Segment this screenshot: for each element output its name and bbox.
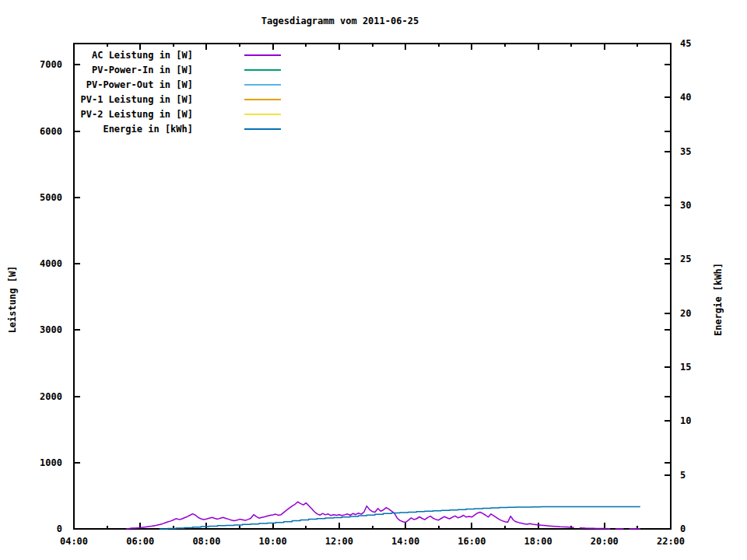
legend-label: PV-2 Leistung in [W] <box>81 109 194 120</box>
legend-label: PV-Power-In in [W] <box>92 65 193 75</box>
y2-tick-label: 45 <box>680 38 691 49</box>
y2-tick-label: 5 <box>680 470 686 481</box>
legend-label: PV-1 Leistung in [W] <box>81 94 194 105</box>
y2-tick-label: 10 <box>680 415 691 426</box>
y1-tick-label: 5000 <box>40 192 62 203</box>
x-tick-label: 08:00 <box>192 536 220 547</box>
y2-tick-label: 20 <box>680 308 691 319</box>
legend-label: Energie in [kWh] <box>103 124 193 135</box>
x-tick-label: 16:00 <box>458 536 486 547</box>
series-line-energie-in-kwh <box>160 507 640 529</box>
x-tick-label: 06:00 <box>126 536 154 547</box>
y2-tick-label: 0 <box>680 523 686 534</box>
y1-tick-label: 4000 <box>40 258 62 269</box>
x-tick-label: 10:00 <box>259 536 287 547</box>
y1-tick-label: 6000 <box>40 126 62 137</box>
series-line-ac-leistung-in-w <box>126 502 640 529</box>
tagesdiagramm-chart: Tagesdiagramm vom 2011-06-25 Leistung [W… <box>0 0 747 560</box>
y1-tick-label: 2000 <box>40 391 62 402</box>
x-tick-label: 12:00 <box>325 536 353 547</box>
x-tick-label: 20:00 <box>591 536 619 547</box>
y1-tick-label: 0 <box>57 523 62 534</box>
y2-tick-label: 40 <box>680 92 691 103</box>
legend-label: PV-Power-Out in [W] <box>86 79 193 90</box>
x-tick-label: 14:00 <box>391 536 419 547</box>
y1-tick-label: 7000 <box>40 59 62 70</box>
legend-label: AC Leistung in [W] <box>92 50 193 61</box>
y1-tick-label: 1000 <box>40 457 62 468</box>
y2-tick-label: 35 <box>680 146 691 157</box>
x-tick-label: 22:00 <box>657 536 685 547</box>
x-tick-label: 18:00 <box>524 536 552 547</box>
x-tick-label: 04:00 <box>60 536 88 547</box>
y2-tick-label: 15 <box>680 362 691 373</box>
y2-tick-label: 30 <box>680 200 691 211</box>
y1-tick-label: 3000 <box>40 324 62 335</box>
plot-area: 04:0006:0008:0010:0012:0014:0016:0018:00… <box>0 0 747 560</box>
y2-tick-label: 25 <box>680 254 691 264</box>
